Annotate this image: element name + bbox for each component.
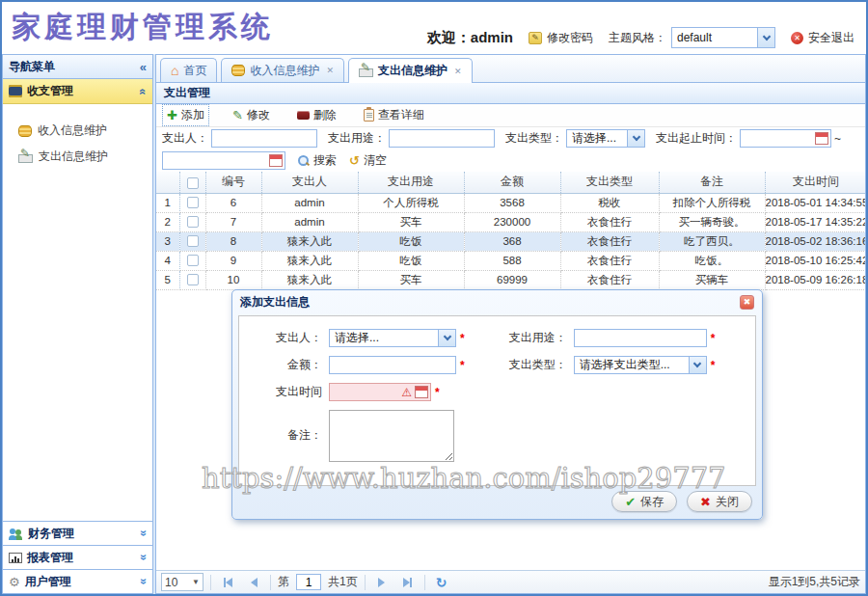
sidebar-item-expense-info[interactable]: 支出信息维护 [3, 144, 152, 170]
dialog-body: 支出人： 请选择... * 支出用途： * 金额： * 支出类型： 请选择支出类… [238, 315, 756, 486]
cell-payer: 猿来入此 [261, 251, 358, 270]
column-header-time[interactable]: 支出时间 [765, 172, 866, 193]
sidebar-panel-income-expense[interactable]: 收支管理 « [3, 79, 152, 104]
cell-note: 买辆车 [659, 270, 765, 289]
cell-type: 衣食住行 [560, 270, 659, 289]
chevron-down-icon[interactable]: « [137, 530, 150, 537]
add-button[interactable]: ✚ 添加 [162, 104, 209, 126]
dialog-close-icon[interactable]: ✖ [740, 295, 754, 310]
header-controls: 欢迎：admin ✎ 修改密码 主题风格： default ✕ 安全退出 [427, 27, 854, 48]
chevron-up-icon[interactable]: « [137, 88, 150, 95]
page-size-select[interactable]: 10 ▼ [161, 573, 203, 591]
search-row-2: 搜索 ↺ 清空 [156, 149, 865, 172]
table-row[interactable]: 5 10 猿来入此 买车 69999 衣食住行 买辆车 2018-05-09 1… [156, 270, 866, 289]
app-window: 家庭理财管理系统 欢迎：admin ✎ 修改密码 主题风格： default ✕… [0, 0, 868, 596]
add-label: 添加 [181, 107, 204, 123]
chevron-down-icon[interactable] [438, 330, 455, 346]
view-detail-button[interactable]: 查看详细 [360, 105, 428, 125]
select-all-checkbox[interactable] [187, 177, 199, 189]
refresh-button[interactable]: ↻ [432, 574, 451, 591]
tab-expense-info[interactable]: 支出信息维护 ✕ [348, 58, 473, 83]
row-checkbox[interactable] [187, 235, 199, 247]
save-button[interactable]: ✔ 保存 [611, 491, 677, 512]
chevron-down-icon[interactable]: « [137, 555, 150, 561]
payer-label: 支出人： [239, 330, 322, 346]
logout-button[interactable]: ✕ 安全退出 [791, 30, 854, 46]
pagination-info: 显示1到5,共5记录 [769, 574, 860, 590]
first-page-button[interactable] [218, 574, 237, 591]
date-from-field[interactable] [741, 131, 815, 146]
change-password-button[interactable]: ✎ 修改密码 [529, 30, 593, 46]
calendar-icon[interactable] [815, 132, 828, 145]
amount-input[interactable] [329, 356, 456, 374]
search-button[interactable]: 搜索 [298, 152, 337, 169]
sidebar-title: 导航菜单 [9, 59, 55, 75]
sidebar-item-income-info[interactable]: 收入信息维护 [3, 118, 152, 144]
date-from-input[interactable] [740, 129, 831, 148]
date-range-label: 支出起止时间： [656, 130, 737, 147]
column-header-type[interactable]: 支出类型 [560, 172, 659, 193]
people-icon [9, 528, 23, 540]
column-header-id[interactable]: 编号 [205, 172, 261, 193]
cell-id: 9 [205, 251, 261, 270]
sidebar-panel-user[interactable]: ⚙ 用户管理 « [3, 569, 152, 593]
cell-amount: 69999 [464, 270, 560, 289]
required-mark: * [711, 359, 716, 372]
sidebar-panel-finance[interactable]: 财务管理 « [3, 521, 152, 545]
plus-icon: ✚ [167, 109, 177, 122]
note-textarea[interactable] [329, 410, 454, 462]
tab-home[interactable]: ⌂ 首页 [160, 58, 217, 82]
date-to-input[interactable] [162, 151, 285, 170]
table-row[interactable]: 4 9 猿来入此 吃饭 588 衣食住行 吃饭。 2018-05-10 16:2… [156, 251, 866, 270]
tab-income-info[interactable]: 收入信息维护 ✕ [221, 58, 344, 82]
usage-input[interactable] [574, 329, 707, 347]
clear-button[interactable]: ↺ 清空 [349, 152, 387, 169]
row-checkbox[interactable] [187, 274, 199, 285]
cell-time: 2018-05-09 16:26:18 [765, 270, 866, 289]
time-input-invalid[interactable]: ⚠ [329, 383, 431, 401]
column-header-usage[interactable]: 支出用途 [358, 172, 464, 193]
page-number-input[interactable] [296, 574, 321, 590]
table-row[interactable]: 2 7 admin 买车 230000 衣食住行 买一辆奇骏。 2018-05-… [156, 212, 866, 231]
usage-input[interactable] [389, 129, 495, 148]
theme-select[interactable]: default [671, 27, 775, 48]
column-header-amount[interactable]: 金额 [464, 172, 560, 193]
chevron-down-icon[interactable] [757, 28, 774, 47]
panel-title: 支出管理 [156, 83, 865, 104]
row-checkbox[interactable] [187, 197, 199, 208]
cell-payer: 猿来入此 [261, 270, 358, 289]
date-to-field[interactable] [163, 153, 269, 168]
calendar-icon[interactable] [269, 154, 283, 167]
sidebar: 导航菜单 « 收支管理 « 收入信息维护 支出信息维护 [2, 54, 153, 594]
edit-button[interactable]: ✎ 修改 [229, 105, 274, 125]
chevron-down-icon[interactable]: « [137, 579, 150, 585]
chevron-down-icon[interactable] [627, 130, 644, 147]
close-label: 关闭 [716, 494, 739, 510]
table-row-selected[interactable]: 3 8 猿来入此 吃饭 368 衣食住行 吃了西贝。 2018-05-02 18… [156, 231, 866, 251]
dialog-titlebar[interactable]: 添加支出信息 ✖ [232, 290, 762, 313]
sidebar-panel-report[interactable]: 报表管理 « [3, 545, 152, 569]
edit-note-icon: ✎ [529, 32, 542, 44]
calendar-icon[interactable] [415, 386, 428, 398]
tab-close-icon[interactable]: ✕ [326, 66, 334, 75]
prev-page-button[interactable] [244, 574, 263, 591]
chevron-down-icon[interactable] [689, 357, 706, 373]
table-row[interactable]: 1 6 admin 个人所得税 3568 税收 扣除个人所得税 2018-05-… [156, 193, 866, 212]
last-page-button[interactable] [398, 574, 418, 591]
type-select[interactable]: 请选择... [566, 129, 645, 148]
coins-icon [231, 65, 245, 76]
cell-type: 衣食住行 [560, 251, 659, 270]
tab-close-icon[interactable]: ✕ [454, 67, 462, 76]
welcome-text: 欢迎：admin [427, 29, 513, 47]
delete-button[interactable]: 删除 [293, 105, 340, 125]
close-button[interactable]: ✖ 关闭 [687, 491, 752, 512]
column-header-payer[interactable]: 支出人 [261, 172, 358, 193]
sidebar-collapse-icon[interactable]: « [140, 60, 147, 74]
payer-input[interactable] [211, 129, 317, 148]
payer-select[interactable]: 请选择... [329, 329, 456, 347]
row-checkbox[interactable] [187, 255, 199, 266]
row-checkbox[interactable] [187, 216, 199, 228]
column-header-note[interactable]: 备注 [659, 172, 765, 193]
type-select[interactable]: 请选择支出类型... [574, 356, 707, 374]
next-page-button[interactable] [372, 574, 392, 591]
